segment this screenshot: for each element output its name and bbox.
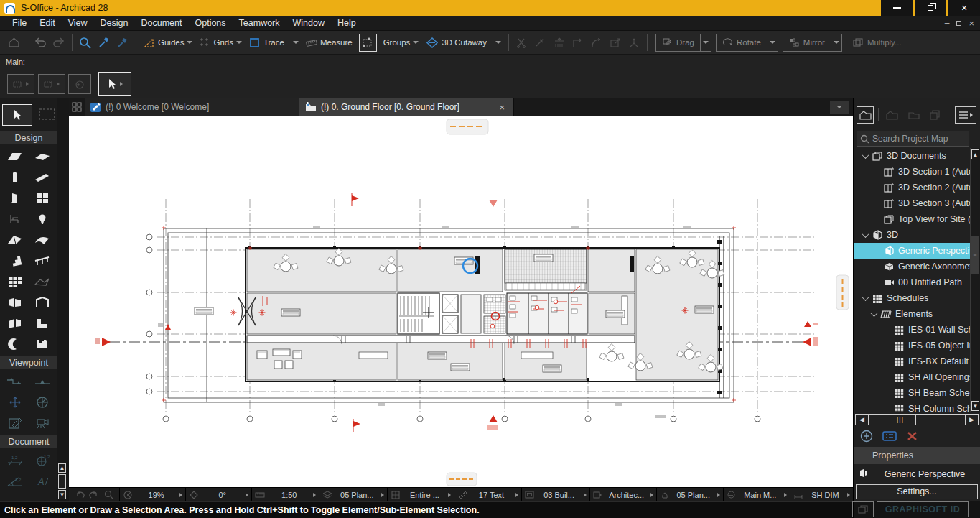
curtain-wall-tool-icon[interactable] [1, 271, 29, 292]
graphisoft-id-icon[interactable] [852, 501, 874, 517]
orbit-tool-icon[interactable] [1, 392, 29, 412]
stair-tool-icon[interactable] [1, 250, 29, 271]
pen-field[interactable]: 17 Text [454, 488, 521, 501]
interior-elevation-tool-icon[interactable] [29, 392, 56, 412]
orientation-field[interactable]: 0° [186, 488, 252, 501]
tree-item-3d-section-2[interactable]: 3D Section 2 (Auto- [854, 180, 971, 195]
dimension-tool-icon[interactable]: 1,2 [1, 450, 29, 471]
minimize-button[interactable] [881, 0, 913, 16]
menu-design[interactable]: Design [94, 16, 135, 31]
work-environment-field[interactable]: Main M... [724, 488, 790, 501]
lamp-tool-icon[interactable] [29, 208, 56, 229]
tree-scroll-handle[interactable]: ≡ [971, 236, 979, 274]
model-view-field[interactable]: Architec... [590, 488, 657, 501]
groups-button[interactable]: Groups [380, 33, 423, 52]
toolbox-section-document[interactable]: Document [0, 435, 57, 448]
tree-item-sh-beam[interactable]: SH Beam Schedul [854, 385, 971, 401]
properties-header[interactable]: Properties [854, 447, 980, 464]
tree-item-3d[interactable]: 3D [854, 227, 971, 243]
project-map-search[interactable] [857, 131, 969, 147]
tree-scroll-down-icon[interactable]: ▼ [971, 401, 979, 411]
railing-tool-icon[interactable] [29, 250, 56, 271]
roof-tool-icon[interactable] [1, 229, 29, 250]
tree-hscroll-handle[interactable]: ||| [885, 415, 916, 425]
tree-vertical-scrollbar[interactable]: ▲ ≡ ▼ [970, 148, 980, 412]
undo-icon[interactable] [31, 33, 50, 52]
cutaway-dropdown-icon[interactable] [495, 41, 501, 44]
doc-restore-button[interactable] [956, 21, 961, 26]
shell-tool-icon[interactable] [29, 229, 56, 250]
tree-item-3d-section-3[interactable]: 3D Section 3 (Auto- [854, 195, 971, 211]
section-tool-icon[interactable] [1, 371, 29, 392]
dimension-field[interactable]: SH DIM [790, 488, 853, 501]
scale-field[interactable]: 1:50 [252, 488, 319, 501]
angle-dimension-tool-icon[interactable]: 1,2 [1, 471, 29, 491]
redo-icon[interactable] [50, 33, 68, 52]
view-back-icon[interactable] [75, 490, 85, 500]
menu-file[interactable]: File [6, 16, 33, 31]
menu-options[interactable]: Options [188, 16, 232, 31]
tree-item-elements[interactable]: Elements [854, 306, 971, 322]
chevron-down-icon[interactable] [862, 294, 869, 301]
search-input[interactable] [872, 134, 962, 144]
view-map-icon[interactable] [883, 106, 900, 124]
tree-item-sh-all-openings[interactable]: SH All Openings S [854, 369, 971, 385]
publisher-icon[interactable] [926, 106, 943, 124]
slab-tool-icon[interactable] [29, 146, 56, 167]
toolbox-section-design[interactable]: Design [0, 131, 57, 144]
door-tool-icon[interactable] [1, 188, 29, 208]
restore-button[interactable] [915, 0, 946, 16]
tree-item-3d-documents[interactable]: 3D Documents [854, 148, 971, 164]
tree-item-ies-bx[interactable]: IES-BX Default fo [854, 353, 971, 369]
project-map-icon[interactable] [857, 106, 874, 124]
inject-parameters-icon[interactable] [113, 33, 132, 52]
zoom-level-field[interactable]: 19% [120, 488, 186, 501]
tree-item-generic-axonometry[interactable]: Generic Axonometry [854, 259, 971, 274]
tree-scroll-up-icon[interactable]: ▲ [971, 149, 979, 159]
mesh-tool-icon[interactable] [29, 271, 56, 292]
menu-document[interactable]: Document [135, 16, 189, 31]
guide-handle-right[interactable] [836, 275, 849, 310]
skylight-tool-icon[interactable] [1, 313, 29, 333]
layer-field[interactable]: 03 Buil... [522, 488, 590, 501]
menu-help[interactable]: Help [331, 16, 363, 31]
doc-close-button[interactable]: × [969, 18, 974, 29]
graphisoft-id-label[interactable]: GRAPHISOFT ID [877, 501, 969, 517]
tab-close-icon[interactable]: × [496, 102, 508, 113]
menu-view[interactable]: View [62, 16, 94, 31]
chevron-down-icon[interactable] [871, 310, 878, 317]
grids-dropdown-icon[interactable] [236, 41, 242, 44]
drag-button[interactable]: Drag [655, 34, 711, 52]
marquee-tool[interactable] [38, 107, 57, 124]
guides-button[interactable]: Guides [140, 33, 196, 52]
multiply-button[interactable]: Multiply... [849, 33, 905, 52]
tab-overview-icon[interactable] [69, 98, 85, 116]
layout-book-icon[interactable] [905, 106, 922, 124]
object-tool-icon[interactable] [1, 208, 29, 229]
arc-tool-icon[interactable] [1, 333, 29, 354]
wall-tool-icon[interactable] [1, 146, 29, 167]
tree-item-untitled-path[interactable]: 00 Untitled Path [854, 274, 971, 290]
toolbox-scrollbar[interactable]: ▲ ▼ [57, 98, 69, 501]
measure-button[interactable]: Measure [302, 33, 356, 52]
chevron-down-icon[interactable] [862, 231, 869, 238]
zone-tool-icon[interactable] [29, 292, 56, 313]
layer-combination-field[interactable]: 05 Plan... [319, 488, 388, 501]
morph-tool-icon[interactable] [1, 292, 29, 313]
viewpoint-settings-button[interactable] [882, 430, 897, 444]
trace-button[interactable]: Trace [246, 33, 302, 52]
groups-dropdown-icon[interactable] [413, 41, 419, 44]
zoom-icon[interactable] [76, 33, 95, 52]
grids-button[interactable]: Grids [196, 33, 245, 52]
settings-button[interactable]: Settings... [856, 484, 978, 499]
home-icon[interactable] [4, 33, 23, 52]
tree-scroll-right-icon[interactable]: ▶ [965, 415, 978, 425]
tree-scroll-left-icon[interactable]: ◀ [856, 415, 869, 425]
dimension-style-field[interactable]: 05 Plan... [657, 488, 724, 501]
menu-edit[interactable]: Edit [33, 16, 62, 31]
mirror-dropdown-icon[interactable] [831, 34, 841, 52]
mirror-button[interactable]: Mirror [783, 34, 842, 52]
add-viewpoint-button[interactable] [860, 430, 873, 445]
menu-window[interactable]: Window [286, 16, 331, 31]
tree-horizontal-scrollbar[interactable]: ◀ ||| ▶ [855, 414, 979, 425]
